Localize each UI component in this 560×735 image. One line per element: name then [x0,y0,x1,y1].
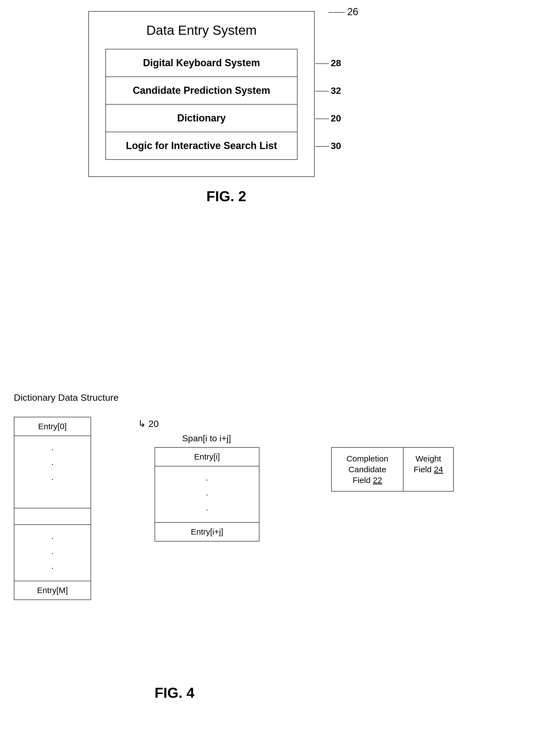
ref-26-label: 26 [328,6,358,18]
data-entry-title: Data Entry System [105,23,298,38]
block-dictionary: Dictionary 20 [105,105,298,132]
span-entry-i: Entry[i] [155,448,259,466]
weight-field: WeightField 24 [404,448,453,491]
dict-entry-0: Entry[0] [14,417,91,436]
ref-32-label: 32 [315,85,341,96]
ref-20-label: 20 [315,113,341,124]
span-box: Entry[i] ··· Entry[i+j] [155,447,259,542]
dict-dots-2: ··· [14,525,91,581]
outer-data-entry-box: 26 Data Entry System Digital Keyboard Sy… [88,11,315,177]
block-logic-search: Logic for Interactive Search List 30 [105,132,298,160]
fig2-diagram: 26 Data Entry System Digital Keyboard Sy… [61,11,392,205]
dict-entry-mid1 [14,492,91,508]
dict-entry-mid2 [14,508,91,525]
ref-30-label: 30 [315,140,341,151]
block-candidate-prediction: Candidate Prediction System 32 [105,77,298,105]
dict-structure-label: Dictionary Data Structure [14,392,119,403]
span-entry-iplusj: Entry[i+j] [155,522,259,541]
dict-dots-1: ··· [14,436,91,492]
ref-28-label: 28 [315,58,341,68]
completion-box: CompletionCandidate Field 22 WeightField… [331,447,454,492]
fig2-caption: FIG. 2 [206,188,246,204]
block-digital-keyboard: Digital Keyboard System 28 [105,49,298,77]
span-label: Span[i to i+j] [182,433,231,444]
completion-candidate-field: CompletionCandidate Field 22 [332,448,404,491]
dict-main-box: Entry[0] ··· ··· Entry[M] [14,417,91,600]
fig4-caption: FIG. 4 [155,684,194,701]
dict-entry-M: Entry[M] [14,581,91,599]
ref-20-fig4-label: ↳ 20 [138,418,159,429]
span-dots: ··· [155,466,259,522]
